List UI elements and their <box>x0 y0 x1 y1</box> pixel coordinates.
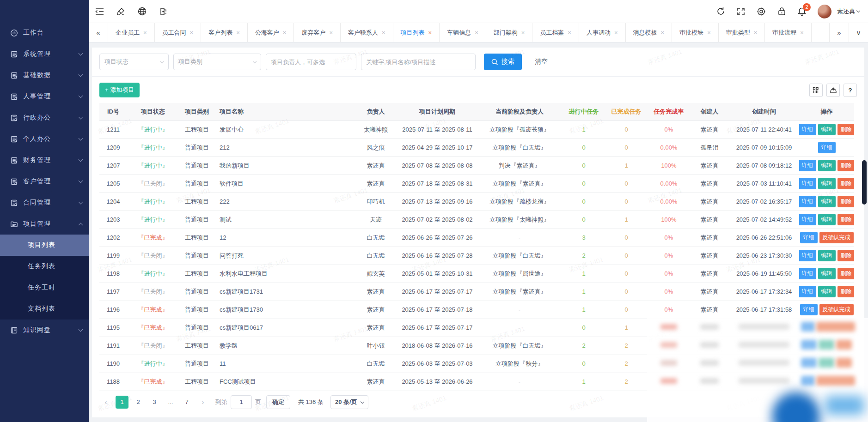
tab-5[interactable]: 客户联系人× <box>341 23 393 42</box>
export-icon-button[interactable] <box>826 84 840 97</box>
project-category-select[interactable]: 项目类别 <box>173 54 261 70</box>
detail-button[interactable]: 详细 <box>799 214 816 225</box>
tab-4[interactable]: 废弃客户× <box>294 23 341 42</box>
sidebar-item-3[interactable]: 人事管理 <box>0 86 89 107</box>
detail-button[interactable]: 详细 <box>799 268 816 279</box>
undo-button[interactable]: 反确认完成 <box>819 232 854 243</box>
page-number-2[interactable]: 2 <box>132 396 145 409</box>
tab-close-icon[interactable]: × <box>236 29 240 36</box>
edit-button[interactable]: 编辑 <box>818 268 836 279</box>
tab-close-icon[interactable]: × <box>800 29 804 36</box>
detail-button[interactable]: 详细 <box>799 178 816 189</box>
exit-door-icon[interactable] <box>159 7 168 16</box>
detail-button[interactable]: 详细 <box>799 160 816 171</box>
tab-10[interactable]: 人事调动× <box>579 23 626 42</box>
tab-6[interactable]: 项目列表× <box>393 23 440 42</box>
tab-close-icon[interactable]: × <box>754 29 758 36</box>
globe-icon[interactable] <box>137 7 147 16</box>
tab-close-icon[interactable]: × <box>475 29 478 36</box>
sidebar-subitem-0[interactable]: 项目列表 <box>0 235 89 256</box>
prev-page-icon[interactable]: ‹ <box>99 396 112 409</box>
edit-button[interactable]: 编辑 <box>818 124 836 135</box>
delete-button[interactable]: 删除 <box>837 178 855 189</box>
tab-13[interactable]: 审批类型× <box>719 23 765 42</box>
sidebar-item-2[interactable]: 基础数据 <box>0 65 89 86</box>
lock-icon[interactable] <box>777 7 786 16</box>
keyword-input[interactable] <box>361 54 476 70</box>
tab-8[interactable]: 部门架构× <box>486 23 533 42</box>
fullscreen-icon[interactable] <box>736 7 746 16</box>
sidebar-subitem-2[interactable]: 任务工时 <box>0 277 89 298</box>
undo-button[interactable]: 反确认完成 <box>819 304 854 315</box>
tabs-scroll-left-icon[interactable]: « <box>89 23 108 42</box>
tab-close-icon[interactable]: × <box>428 29 432 36</box>
tab-7[interactable]: 车辆信息× <box>440 23 486 42</box>
tab-close-icon[interactable]: × <box>382 29 385 36</box>
jump-confirm-button[interactable]: 确定 <box>266 395 290 409</box>
clear-button[interactable]: 清空 <box>535 58 548 66</box>
sidebar-item-8[interactable]: 合同管理 <box>0 192 89 213</box>
tab-12[interactable]: 审批模块× <box>672 23 719 42</box>
delete-button[interactable]: 删除 <box>837 286 855 297</box>
tab-2[interactable]: 客户列表× <box>201 23 248 42</box>
page-number-1[interactable]: 1 <box>116 396 128 409</box>
tabs-menu-icon[interactable]: ∨ <box>849 23 868 42</box>
page-number-7[interactable]: 7 <box>180 396 193 409</box>
sidebar-subitem-1[interactable]: 任务列表 <box>0 256 89 277</box>
detail-button[interactable]: 详细 <box>799 196 816 207</box>
sidebar-subitem-3[interactable]: 文档列表 <box>0 298 89 320</box>
jump-page-input[interactable] <box>231 395 252 409</box>
edit-button[interactable]: 编辑 <box>818 286 836 297</box>
vertical-scrollbar-thumb[interactable] <box>862 160 867 205</box>
delete-button[interactable]: 删除 <box>837 160 855 171</box>
delete-button[interactable]: 删除 <box>837 268 855 279</box>
tab-close-icon[interactable]: × <box>521 29 525 36</box>
tab-close-icon[interactable]: × <box>568 29 571 36</box>
next-page-icon[interactable]: › <box>196 396 209 409</box>
detail-button[interactable]: 详细 <box>800 232 818 243</box>
sidebar-item-10[interactable]: 知识网盘 <box>0 320 89 341</box>
tab-0[interactable]: 企业员工× <box>108 23 155 42</box>
sidebar-item-5[interactable]: 个人办公 <box>0 128 89 150</box>
help-icon-button[interactable]: ? <box>844 84 857 97</box>
tabs-scroll-right-icon[interactable]: » <box>829 23 849 42</box>
tab-3[interactable]: 公海客户× <box>248 23 294 42</box>
detail-button[interactable]: 详细 <box>800 304 818 315</box>
tab-close-icon[interactable]: × <box>329 29 333 36</box>
add-project-button[interactable]: + 添加项目 <box>99 83 140 97</box>
page-size-select[interactable]: 20 条/页 <box>330 395 368 409</box>
sidebar-item-0[interactable]: 工作台 <box>0 22 89 43</box>
tab-1[interactable]: 员工合同× <box>155 23 202 42</box>
tab-close-icon[interactable]: × <box>707 29 711 36</box>
delete-button[interactable]: 删除 <box>837 250 855 261</box>
edit-button[interactable]: 编辑 <box>818 160 836 171</box>
delete-button[interactable]: 删除 <box>837 214 855 225</box>
sidebar-item-1[interactable]: 系统管理 <box>0 43 89 65</box>
edit-button[interactable]: 编辑 <box>818 196 836 207</box>
avatar[interactable] <box>818 5 831 18</box>
tab-close-icon[interactable]: × <box>661 29 665 36</box>
user-menu[interactable]: 素还真 <box>837 7 860 16</box>
detail-button[interactable]: 详细 <box>799 286 816 297</box>
project-owner-input[interactable] <box>266 54 356 70</box>
project-status-select[interactable]: 项目状态 <box>99 54 169 70</box>
edit-button[interactable]: 编辑 <box>818 250 836 261</box>
tab-9[interactable]: 员工档案× <box>532 23 579 42</box>
delete-button[interactable]: 删除 <box>837 124 855 135</box>
detail-button[interactable]: 详细 <box>799 124 816 135</box>
page-number-3[interactable]: 3 <box>148 396 161 409</box>
refresh-icon[interactable] <box>716 7 725 16</box>
tab-14[interactable]: 审批流程× <box>765 23 812 42</box>
detail-button[interactable]: 详细 <box>818 142 836 153</box>
tab-close-icon[interactable]: × <box>143 29 147 36</box>
tab-close-icon[interactable]: × <box>190 29 194 36</box>
tab-11[interactable]: 消息模板× <box>626 23 672 42</box>
sidebar-item-9[interactable]: 项目管理 <box>0 213 89 235</box>
tab-close-icon[interactable]: × <box>283 29 287 36</box>
sidebar-item-7[interactable]: 客户管理 <box>0 171 89 192</box>
tab-close-icon[interactable]: × <box>614 29 618 36</box>
search-button[interactable]: 搜索 <box>484 54 522 70</box>
sidebar-item-4[interactable]: 行政办公 <box>0 107 89 128</box>
columns-setting-icon-button[interactable] <box>809 84 823 97</box>
edit-button[interactable]: 编辑 <box>818 214 836 225</box>
